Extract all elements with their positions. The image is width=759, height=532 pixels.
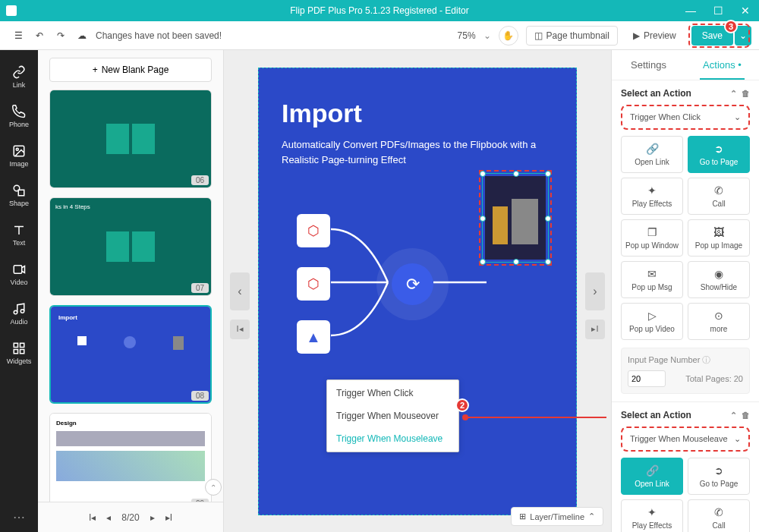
action-play-effects[interactable]: ✦Play Effects xyxy=(621,178,683,215)
text-icon xyxy=(12,223,26,237)
action-go-to-page[interactable]: ➲Go to Page xyxy=(688,136,750,173)
page-thumb-09[interactable]: Design 09 xyxy=(49,413,212,502)
trigger-dropdown-menu: Trigger When Click Trigger When Mouseove… xyxy=(326,379,459,452)
layer-icon: ⊞ xyxy=(519,512,526,521)
layer-timeline-button[interactable]: ⊞ Layer/Timeline ⌃ xyxy=(511,507,603,526)
zoom-level[interactable]: 75% xyxy=(458,30,476,41)
thumbnails-panel: +New Blank Page 06 ks in 4 Steps 07 Impo… xyxy=(38,50,224,532)
canvas-area: ‹ I◂ › ▸I Import Automatically Convert P… xyxy=(224,50,611,532)
sidebar-item-widgets[interactable]: Widgets xyxy=(0,334,38,372)
last-page-icon[interactable]: ▸I xyxy=(165,512,172,523)
canvas-last-icon[interactable]: ▸I xyxy=(585,320,605,339)
page-thumb-07[interactable]: ks in 4 Steps 07 xyxy=(49,197,212,296)
audio-icon xyxy=(12,302,26,316)
page-indicator: 8/20 xyxy=(121,512,139,523)
annotation-badge-3: 3 xyxy=(724,20,738,33)
sidebar-item-image[interactable]: Image xyxy=(0,137,38,175)
image-icon xyxy=(12,144,26,158)
more-icon[interactable]: ⋯ xyxy=(13,510,25,524)
trigger-option-click[interactable]: Trigger When Click xyxy=(327,382,458,405)
scroll-up-icon[interactable]: ⌃ xyxy=(205,479,222,496)
plus-icon: + xyxy=(93,65,98,75)
close-button[interactable]: ✕ xyxy=(732,0,759,21)
collapse-icon[interactable]: ⌃ xyxy=(730,89,737,99)
goto-icon: ➲ xyxy=(714,464,723,477)
svg-rect-7 xyxy=(14,343,17,347)
action-show-hide[interactable]: ◉Show/Hide xyxy=(688,261,750,298)
page-title: Import xyxy=(282,99,553,128)
action-more[interactable]: ⊙more xyxy=(688,303,750,340)
action-popup-window[interactable]: ❐Pop up Window xyxy=(621,219,683,257)
sidebar-item-phone[interactable]: Phone xyxy=(0,97,38,135)
info-icon[interactable]: ⓘ xyxy=(702,355,710,364)
first-page-icon[interactable]: I◂ xyxy=(89,512,96,523)
selection-handles[interactable] xyxy=(482,173,549,263)
sidebar-item-text[interactable]: Text xyxy=(0,216,38,253)
redo-icon[interactable]: ↷ xyxy=(50,25,71,46)
link-icon: 🔗 xyxy=(646,464,659,477)
sidebar-item-link[interactable]: Link xyxy=(0,58,38,96)
svg-rect-9 xyxy=(14,349,17,353)
canvas-first-icon[interactable]: I◂ xyxy=(230,320,250,339)
action-popup-msg[interactable]: ✉Pop up Msg xyxy=(621,261,683,298)
sidebar-item-video[interactable]: Video xyxy=(0,255,38,293)
save-button[interactable]: Save 3 xyxy=(691,26,733,46)
phone-icon xyxy=(12,105,26,118)
page-thumb-08[interactable]: Import 08 xyxy=(49,305,212,404)
action-open-link[interactable]: 🔗Open Link xyxy=(621,136,683,173)
svg-point-5 xyxy=(14,310,17,314)
svg-rect-10 xyxy=(20,349,24,353)
action-play-effects[interactable]: ✦Play Effects xyxy=(621,499,683,532)
chevron-down-icon[interactable]: ⌄ xyxy=(483,30,491,41)
sparkle-icon: ✦ xyxy=(647,184,657,197)
tab-settings[interactable]: Settings xyxy=(612,50,685,80)
prev-page-icon[interactable]: ◂ xyxy=(106,512,111,523)
shape-icon xyxy=(12,184,26,197)
titlebar: Flip PDF Plus Pro 5.1.23 Registered - Ed… xyxy=(0,0,759,21)
chevron-up-icon: ⌃ xyxy=(588,512,595,521)
minimize-button[interactable]: — xyxy=(677,0,704,21)
page-number-input[interactable] xyxy=(628,370,666,387)
canvas-next-icon[interactable]: › xyxy=(585,272,605,310)
action-call[interactable]: ✆Call xyxy=(688,499,750,532)
save-status: Changes have not been saved! xyxy=(96,30,222,41)
sidebar-item-audio[interactable]: Audio xyxy=(0,294,38,332)
convert-icon: ⟳ xyxy=(392,263,433,305)
tab-actions[interactable]: Actions • xyxy=(685,50,759,80)
trigger-option-mouseleave[interactable]: Trigger When Mouseleave xyxy=(327,427,458,450)
action-open-link[interactable]: 🔗Open Link xyxy=(621,458,683,495)
cloud-icon[interactable]: ☁ xyxy=(71,25,93,46)
trigger-option-mouseover[interactable]: Trigger When Mouseover xyxy=(327,405,458,427)
canvas-prev-icon[interactable]: ‹ xyxy=(230,272,250,310)
next-page-icon[interactable]: ▸ xyxy=(150,512,155,523)
undo-icon[interactable]: ↶ xyxy=(29,25,50,46)
trigger-select-2[interactable]: Trigger When Mouseleave ⌄ xyxy=(621,427,750,452)
menu-icon[interactable]: ☰ xyxy=(8,25,29,46)
goto-icon: ➲ xyxy=(714,143,723,155)
delete-icon[interactable]: 🗑 xyxy=(742,89,750,99)
collapse-icon[interactable]: ⌃ xyxy=(730,411,737,420)
page-thumb-06[interactable]: 06 xyxy=(49,90,212,188)
action-go-to-page[interactable]: ➲Go to Page xyxy=(688,458,750,495)
pdf-icon: ⬡ xyxy=(297,214,330,247)
image-file-icon: ▲ xyxy=(297,320,330,354)
top-toolbar: ☰ ↶ ↷ ☁ Changes have not been saved! 75%… xyxy=(0,21,759,50)
more-icon: ⊙ xyxy=(714,310,723,322)
action-popup-video[interactable]: ▷Pop up Video xyxy=(621,303,683,340)
action-popup-image[interactable]: 🖼Pop up Image xyxy=(688,219,750,257)
action-call[interactable]: ✆Call xyxy=(688,178,750,215)
delete-icon[interactable]: 🗑 xyxy=(742,411,750,420)
maximize-button[interactable]: ☐ xyxy=(704,0,732,21)
video-icon: ▷ xyxy=(648,310,657,322)
hand-tool-icon[interactable]: ✋ xyxy=(499,26,518,46)
widgets-icon xyxy=(12,342,26,355)
preview-button[interactable]: ▶ Preview xyxy=(625,27,684,45)
chevron-down-icon: ⌄ xyxy=(734,112,741,122)
new-blank-page-button[interactable]: +New Blank Page xyxy=(49,58,212,82)
sidebar-item-shape[interactable]: Shape xyxy=(0,176,38,214)
page-thumbnail-button[interactable]: ◫ Page thumbnail xyxy=(526,26,618,46)
annotation-badge-2: 2 xyxy=(455,398,469,412)
trigger-select-1[interactable]: Trigger When Click ⌄ xyxy=(621,105,750,130)
title-text: Flip PDF Plus Pro 5.1.23 Registered - Ed… xyxy=(290,5,468,16)
eye-icon: ◉ xyxy=(714,268,723,280)
